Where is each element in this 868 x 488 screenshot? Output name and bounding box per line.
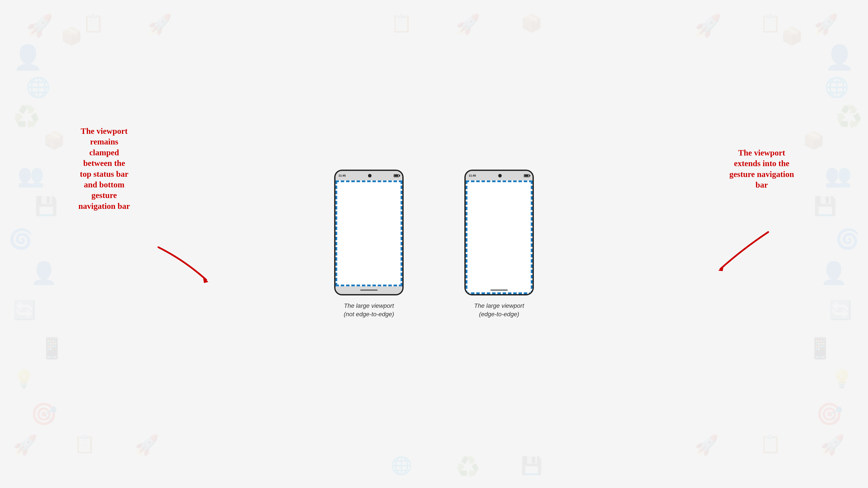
left-gesture-indicator [360, 290, 378, 291]
left-battery [394, 174, 399, 177]
left-label-line1: The large viewport [344, 302, 394, 309]
left-annotation-text: The viewport remains clamped between the… [78, 126, 130, 210]
svg-marker-0 [203, 276, 208, 283]
right-status-time: 11:45 [469, 174, 476, 177]
right-annotation: The viewport extends into the gesture na… [716, 148, 807, 190]
left-phone-section: 11:45 The large viewport (not edge-to-ed… [334, 170, 404, 318]
right-viewport [466, 181, 532, 294]
right-phone-label: The large viewport (edge-to-edge) [474, 301, 524, 318]
right-battery-fill [525, 175, 528, 176]
right-phone-frame: 11:45 [464, 170, 534, 295]
left-gesture-bar [336, 286, 402, 294]
right-annotation-text: The viewport extends into the gesture na… [729, 148, 794, 189]
left-phone-frame: 11:45 [334, 170, 404, 295]
left-phone-label: The large viewport (not edge-to-edge) [344, 301, 394, 318]
right-camera [498, 174, 502, 177]
left-arrow [145, 243, 215, 291]
right-status-bar: 11:45 [466, 171, 532, 181]
left-viewport [336, 181, 402, 286]
right-arrow [703, 228, 781, 280]
right-label-line1: The large viewport [474, 302, 524, 309]
left-label-line2: (not edge-to-edge) [344, 311, 394, 318]
left-status-bar: 11:45 [336, 171, 402, 181]
right-battery [524, 174, 529, 177]
right-phone-section: 11:45 The large viewport (edge-to-edge) [464, 170, 534, 318]
svg-marker-1 [718, 266, 724, 271]
right-gesture-bar [466, 286, 532, 294]
left-status-time: 11:45 [339, 174, 346, 177]
right-gesture-indicator [490, 290, 508, 291]
left-camera [368, 174, 372, 177]
left-battery-fill [394, 175, 398, 176]
right-label-line2: (edge-to-edge) [479, 311, 519, 318]
main-content: The viewport remains clamped between the… [0, 0, 868, 488]
left-annotation: The viewport remains clamped between the… [52, 126, 156, 212]
